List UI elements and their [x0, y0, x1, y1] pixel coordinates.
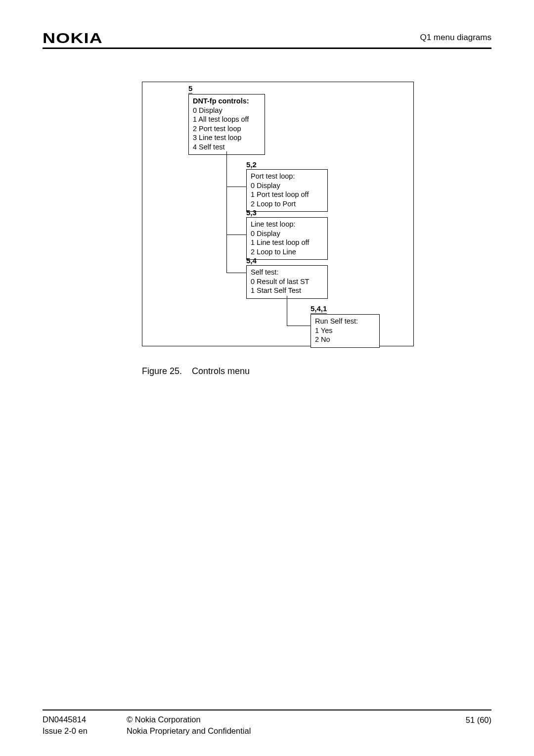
menu-box-5-2: Port test loop: 0 Display 1 Port test lo… [246, 169, 328, 212]
menu-number-5: 5 [188, 84, 192, 94]
menu-item: 0 Display [251, 229, 323, 238]
menu-title: Run Self test: [315, 317, 375, 326]
footer-copyright: © Nokia Corporation [127, 714, 251, 725]
footer-issue: Issue 2-0 en [43, 725, 88, 736]
menu-item: 1 Yes [315, 326, 375, 335]
menu-item: 1 All test loops off [193, 115, 261, 124]
page: NOKIA Q1 menu diagrams 5 DNT-fp controls… [0, 0, 534, 756]
menu-number-5-4-1: 5,4,1 [311, 304, 327, 314]
connector-line [226, 273, 246, 273]
menu-item: 2 No [315, 335, 375, 344]
footer-rule [43, 709, 491, 710]
footer-center: © Nokia Corporation Nokia Proprietary an… [127, 714, 251, 736]
menu-item: 1 Line test loop off [251, 238, 323, 247]
figure-title: Controls menu [192, 366, 250, 376]
footer-left: DN0445814 Issue 2-0 en [43, 714, 88, 736]
menu-number-5-4: 5,4 [246, 256, 257, 265]
menu-item: 1 Port test loop off [251, 190, 323, 199]
menu-item: 2 Port test loop [193, 124, 261, 134]
menu-item: 0 Display [193, 106, 261, 115]
menu-title: DNT-fp controls: [193, 96, 261, 106]
menu-item: 1 Start Self Test [251, 286, 323, 295]
figure-label: Figure 25. [142, 366, 182, 376]
connector-line [287, 326, 311, 326]
menu-number-5-3: 5,3 [246, 208, 257, 217]
connector-line [226, 187, 246, 187]
menu-box-5-4-1: Run Self test: 1 Yes 2 No [311, 314, 380, 348]
menu-item: 3 Line test loop [193, 133, 261, 142]
menu-box-5: DNT-fp controls: 0 Display 1 All test lo… [188, 94, 265, 155]
diagram-frame: 5 DNT-fp controls: 0 Display 1 All test … [142, 82, 414, 346]
menu-title: Self test: [251, 268, 323, 277]
menu-item: 4 Self test [193, 142, 261, 152]
menu-number-5-2: 5,2 [246, 160, 257, 169]
connector-line [226, 151, 227, 273]
page-header: NOKIA Q1 menu diagrams [43, 30, 491, 47]
menu-item: 2 Loop to Port [251, 199, 323, 209]
header-section-title: Q1 menu diagrams [420, 33, 491, 43]
menu-item: 2 Loop to Line [251, 247, 323, 257]
menu-item: 0 Display [251, 181, 323, 190]
footer-page-number: 51 (60) [466, 714, 491, 725]
menu-title: Port test loop: [251, 172, 323, 181]
menu-item: 0 Result of last ST [251, 277, 323, 286]
menu-title: Line test loop: [251, 220, 323, 229]
menu-box-5-3: Line test loop: 0 Display 1 Line test lo… [246, 217, 328, 260]
connector-line [226, 235, 246, 235]
figure-caption: Figure 25. Controls menu [142, 366, 250, 377]
menu-box-5-4: Self test: 0 Result of last ST 1 Start S… [246, 265, 328, 299]
footer-doc-id: DN0445814 [43, 714, 88, 725]
connector-line [287, 296, 287, 326]
footer-confidential: Nokia Proprietary and Confidential [127, 725, 251, 736]
header-rule [43, 47, 491, 49]
